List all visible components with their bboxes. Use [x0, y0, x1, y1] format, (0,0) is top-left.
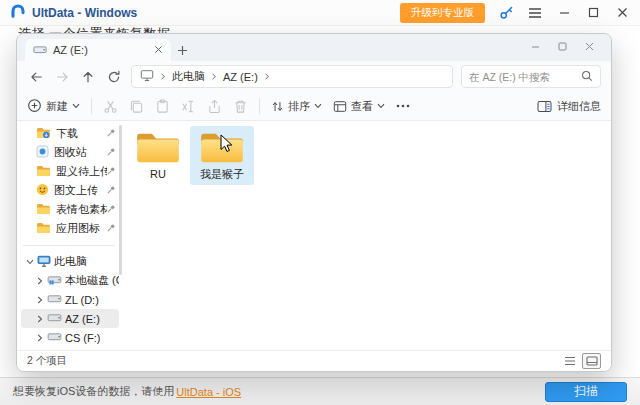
app-maximize-icon[interactable] — [585, 5, 601, 21]
breadcrumb-chevron-icon — [264, 71, 270, 83]
breadcrumb-this-pc[interactable]: 此电脑 — [172, 69, 205, 84]
paste-icon — [155, 99, 170, 114]
search-box[interactable] — [461, 65, 601, 88]
app-minimize-icon[interactable] — [556, 5, 572, 21]
explorer-statusbar: 2 个项目 — [17, 350, 611, 371]
chevron-down-icon — [72, 103, 80, 109]
folder-icon — [199, 129, 245, 165]
chevron-collapsed-icon[interactable] — [35, 277, 44, 285]
downloads-folder-icon — [36, 127, 51, 141]
sidebar-item-label: 表情包素材 — [56, 202, 107, 217]
forward-icon[interactable] — [53, 68, 71, 86]
thumbnail-view-icon[interactable] — [582, 353, 601, 369]
sidebar-item-app-icons[interactable]: 应用图标 — [21, 219, 119, 238]
sidebar-item-label: CS (F:) — [65, 332, 100, 344]
folder-icon — [36, 222, 51, 236]
folder-icon — [36, 203, 51, 217]
app-footer: 想要恢复iOS设备的数据，请使用 UltData - iOS 扫描 — [0, 377, 640, 405]
sidebar-item-this-pc[interactable]: 此电脑 — [21, 252, 119, 271]
computer-icon — [140, 69, 154, 84]
more-options-button[interactable] — [396, 104, 410, 108]
sidebar-item-downloads[interactable]: 下载 — [21, 124, 119, 143]
new-plus-icon — [27, 98, 42, 115]
scan-button[interactable]: 扫描 — [545, 382, 627, 402]
chevron-collapsed-icon[interactable] — [35, 334, 44, 342]
drive-icon — [47, 294, 62, 306]
breadcrumb[interactable]: 此电脑 AZ (E:) — [131, 65, 453, 88]
share-icon — [207, 99, 222, 114]
sidebar-item-sticker-assets[interactable]: 表情包素材 — [21, 200, 119, 219]
sidebar-item-site[interactable]: 图收站 — [21, 143, 119, 162]
view-button[interactable]: 查看 — [333, 99, 385, 114]
sidebar-item-drive-f[interactable]: CS (F:) — [21, 328, 119, 347]
refresh-icon[interactable] — [105, 68, 123, 86]
app-title: UltData - Windows — [32, 6, 137, 20]
drive-icon — [33, 44, 47, 57]
breadcrumb-chevron-icon — [160, 71, 166, 83]
tab-close-icon[interactable] — [154, 44, 163, 56]
emoji-icon — [36, 183, 49, 198]
folder-icon — [135, 129, 181, 165]
pin-icon — [106, 147, 116, 159]
sort-label: 排序 — [288, 99, 310, 114]
search-icon — [581, 70, 593, 84]
sidebar-item-pending-upload[interactable]: 盟义待上传5( — [21, 162, 119, 181]
rename-icon — [181, 99, 196, 114]
explorer-close-icon[interactable] — [576, 37, 603, 55]
sort-button[interactable]: 排序 — [271, 99, 322, 114]
pin-icon — [106, 128, 116, 140]
folder-tile-monkey[interactable]: 我是猴子 — [190, 126, 254, 185]
breadcrumb-current-drive[interactable]: AZ (E:) — [223, 71, 258, 83]
pin-icon — [106, 185, 116, 197]
sidebar-item-label: 本地磁盘 (C:) — [65, 273, 119, 288]
pin-icon — [106, 223, 116, 235]
chevron-down-icon — [377, 103, 385, 109]
ultdata-ios-link[interactable]: UltData - iOS — [176, 386, 241, 398]
sidebar-item-label: 下载 — [56, 126, 78, 141]
folder-tile-ru[interactable]: RU — [126, 126, 190, 185]
menu-icon[interactable] — [527, 5, 543, 21]
explorer-tabstrip: AZ (E:) — [17, 34, 611, 61]
pin-icon — [106, 204, 116, 216]
register-key-icon[interactable] — [498, 5, 514, 21]
list-view-icon[interactable] — [560, 353, 579, 369]
sidebar-item-label: 应用图标 — [56, 221, 100, 236]
details-pane-button[interactable]: 详细信息 — [537, 99, 601, 114]
toolbar-divider — [259, 98, 260, 114]
breadcrumb-chevron-icon — [211, 71, 217, 83]
explorer-tab-az[interactable]: AZ (E:) — [25, 39, 171, 61]
ios-hint-text: 想要恢复iOS设备的数据，请使用 — [13, 384, 174, 399]
explorer-minimize-icon[interactable] — [522, 37, 549, 55]
sidebar-item-drive-c[interactable]: 本地磁盘 (C:) — [21, 271, 119, 290]
sidebar-item-drive-e[interactable]: AZ (E:) — [21, 309, 119, 328]
chevron-collapsed-icon[interactable] — [35, 296, 44, 304]
search-input[interactable] — [469, 71, 577, 83]
copy-icon — [129, 99, 144, 114]
system-drive-icon — [47, 275, 62, 287]
sidebar-item-label: AZ (E:) — [65, 313, 100, 325]
item-count: 2 个项目 — [27, 354, 67, 368]
upgrade-pro-button[interactable]: 升级到专业版 — [400, 3, 485, 23]
folder-icon — [36, 165, 51, 179]
cut-icon — [103, 99, 118, 114]
new-tab-icon[interactable] — [171, 39, 193, 61]
chevron-collapsed-icon[interactable] — [35, 315, 44, 323]
explorer-content[interactable]: RU 我是猴子 — [122, 121, 611, 350]
pin-icon — [106, 166, 116, 178]
view-label: 查看 — [351, 99, 373, 114]
up-icon[interactable] — [79, 68, 97, 86]
explorer-maximize-icon[interactable] — [549, 37, 576, 55]
file-explorer-window: AZ (E:) — [16, 33, 612, 372]
sidebar-item-drive-d[interactable]: ZL (D:) — [21, 290, 119, 309]
new-button[interactable]: 新建 — [27, 98, 80, 115]
back-icon[interactable] — [27, 68, 45, 86]
details-label: 详细信息 — [557, 99, 601, 114]
app-close-icon[interactable] — [614, 5, 630, 21]
ultdata-logo-icon — [10, 3, 26, 23]
chevron-expanded-icon[interactable] — [25, 259, 34, 265]
sidebar-item-label: 图收站 — [54, 145, 87, 160]
more-dots-icon — [396, 104, 410, 108]
sidebar-item-image-upload[interactable]: 图文上传 — [21, 181, 119, 200]
sidebar-item-drive-cpba[interactable]: CPBA_X64FRE — [21, 347, 119, 350]
sidebar-item-label: 图文上传 — [54, 183, 98, 198]
